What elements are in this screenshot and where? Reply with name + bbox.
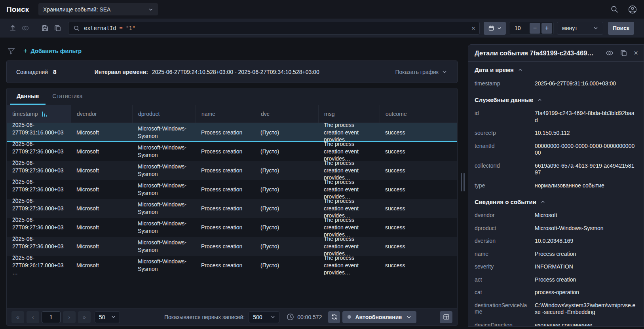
user-profile-icon[interactable] xyxy=(628,5,637,14)
column-header-name[interactable]: name xyxy=(196,105,255,123)
table-header-row: timestampdvendordproductnamedvcmsgoutcom… xyxy=(7,105,457,123)
clear-query-icon[interactable]: × xyxy=(471,25,475,32)
table-row[interactable]: 2025-06-27T09:26:17.000+03…MicrosoftMicr… xyxy=(7,256,457,275)
chevron-up-icon xyxy=(538,98,542,102)
field-key: severity xyxy=(475,263,535,270)
showing-records-label: Показывается первых записей: xyxy=(164,314,245,320)
cell-msg: The process creation event provides… xyxy=(318,237,380,256)
cell-dvendor: Microsoft xyxy=(71,142,132,161)
records-limit-select[interactable]: 500 xyxy=(249,311,279,323)
section-title: Служебные данные xyxy=(475,96,533,103)
column-label: outcome xyxy=(386,111,407,117)
save-icon[interactable] xyxy=(38,22,51,34)
increase-button[interactable]: + xyxy=(541,23,552,34)
cell-dvc: (Пусто) xyxy=(255,218,318,237)
first-page-button[interactable]: « xyxy=(11,311,24,323)
cell-timestamp: 2025-06-27T09:27:36.000+03… xyxy=(7,237,71,256)
page-number-input[interactable] xyxy=(42,311,61,323)
topbar: Поиск Хранилище событий: SEA xyxy=(0,0,644,19)
tab-data[interactable]: Данные xyxy=(10,88,46,105)
cell-dvendor: Microsoft xyxy=(71,237,132,256)
export-icon[interactable] xyxy=(6,22,19,34)
field-key: act xyxy=(475,276,535,284)
field-value: Process creation xyxy=(535,276,637,284)
page-size-value: 50 xyxy=(99,314,105,320)
panel-resize-handle[interactable] xyxy=(461,173,465,191)
event-link-icon[interactable] xyxy=(606,49,614,57)
time-unit-select[interactable]: минут xyxy=(557,22,603,35)
details-sections: Дата и времяtimestamp2025-06-27T09:31:16… xyxy=(468,62,644,326)
search-button[interactable]: Поиск xyxy=(608,22,634,35)
link-icon[interactable] xyxy=(19,22,32,34)
query-input[interactable]: externalId = "1" × xyxy=(68,22,480,35)
clock-icon xyxy=(287,313,294,321)
field-value: 2025-06-27T09:31:16.000+03:00 xyxy=(535,80,637,87)
field-key: dproduct xyxy=(475,225,535,232)
column-header-msg[interactable]: msg xyxy=(318,105,380,123)
autoupdate-toggle[interactable]: Автообновление xyxy=(342,311,416,323)
show-chart-label: Показать график xyxy=(395,69,439,75)
plus-icon: + xyxy=(23,47,28,55)
cell-outcome: success xyxy=(380,256,457,275)
chevron-down-icon xyxy=(111,315,116,319)
storage-select[interactable]: Хранилище событий: SEA xyxy=(38,3,158,15)
cell-msg: The process creation event provides… xyxy=(318,180,380,199)
global-search-icon[interactable] xyxy=(610,5,619,13)
page-size-select[interactable]: 50 xyxy=(95,311,120,323)
detail-field-act: actProcess creation xyxy=(475,273,637,286)
sort-icon[interactable] xyxy=(42,111,47,117)
close-details-icon[interactable]: × xyxy=(634,49,638,57)
funnel-icon xyxy=(7,47,15,55)
copy-event-icon[interactable] xyxy=(620,49,627,57)
field-key: dversion xyxy=(475,238,535,245)
field-value: 10.0.20348.169 xyxy=(535,238,637,245)
prev-page-button[interactable]: ‹ xyxy=(27,311,39,323)
cell-msg: The process creation event provides… xyxy=(318,199,380,218)
next-page-button[interactable]: › xyxy=(63,311,76,323)
cell-dproduct: Microsoft-Windows-Sysmon xyxy=(132,256,196,275)
table-row[interactable]: 2025-06-27T09:27:36.000+03…MicrosoftMicr… xyxy=(7,142,457,161)
section-header[interactable]: Дата и время xyxy=(475,62,637,77)
cell-name: Process creation xyxy=(196,218,255,237)
table-row[interactable]: 2025-06-27T09:27:36.000+03…MicrosoftMicr… xyxy=(7,237,457,256)
copy-icon[interactable] xyxy=(51,22,64,34)
cell-timestamp: 2025-06-27T09:27:36.000+03… xyxy=(7,142,71,161)
field-key: collectorId xyxy=(475,163,535,176)
cell-outcome: success xyxy=(380,123,457,142)
field-value: Microsoft-Windows-Sysmon xyxy=(535,225,637,232)
event-details-panel: Детали события 7fa49199-c243-469… × Дата… xyxy=(468,44,644,327)
column-header-dproduct[interactable]: dproduct xyxy=(132,105,196,123)
elapsed-time: 00:00.572 xyxy=(287,313,322,321)
cell-dvendor: Microsoft xyxy=(71,123,132,142)
detail-field-dvendor: dvendorMicrosoft xyxy=(475,209,637,222)
cell-timestamp: 2025-06-27T09:27:36.000+03… xyxy=(7,161,71,180)
table-row[interactable]: 2025-06-27T09:31:16.000+03…MicrosoftMicr… xyxy=(7,123,457,142)
refresh-icon xyxy=(331,314,338,320)
tab-statistics[interactable]: Статистика xyxy=(46,88,89,105)
show-chart-button[interactable]: Показать график xyxy=(395,69,447,75)
section-header[interactable]: Служебные данные xyxy=(475,93,637,107)
column-header-dvendor[interactable]: dvendor xyxy=(71,105,132,123)
time-range-calendar-button[interactable] xyxy=(484,22,506,35)
column-header-timestamp[interactable]: timestamp xyxy=(7,105,71,123)
column-header-dvc[interactable]: dvc xyxy=(255,105,318,123)
column-header-outcome[interactable]: outcome xyxy=(380,105,457,123)
table-empty-area xyxy=(7,275,457,308)
last-page-button[interactable]: » xyxy=(78,311,91,323)
time-value[interactable]: 10 xyxy=(515,25,521,31)
cell-name: Process creation xyxy=(196,161,255,180)
chevron-down-icon xyxy=(271,315,275,319)
table-row[interactable]: 2025-06-27T09:27:36.000+03…MicrosoftMicr… xyxy=(7,199,457,218)
detail-field-severity: severityINFORMATION xyxy=(475,261,637,274)
detail-field-cat: catprocess-operation xyxy=(475,286,637,299)
section-header[interactable]: Сведения о событии xyxy=(475,195,637,209)
table-row[interactable]: 2025-06-27T09:27:36.000+03…MicrosoftMicr… xyxy=(7,180,457,199)
add-filter-button[interactable]: + Добавить фильтр xyxy=(23,47,82,55)
table-row[interactable]: 2025-06-27T09:27:36.000+03…MicrosoftMicr… xyxy=(7,161,457,180)
refresh-button[interactable] xyxy=(328,311,340,323)
columns-settings-button[interactable] xyxy=(440,311,452,323)
time-unit-value: минут xyxy=(562,25,578,31)
decrease-button[interactable]: − xyxy=(530,23,540,34)
details-header: Детали события 7fa49199-c243-469… × xyxy=(468,45,644,62)
table-row[interactable]: 2025-06-27T09:27:36.000+03…MicrosoftMicr… xyxy=(7,218,457,237)
